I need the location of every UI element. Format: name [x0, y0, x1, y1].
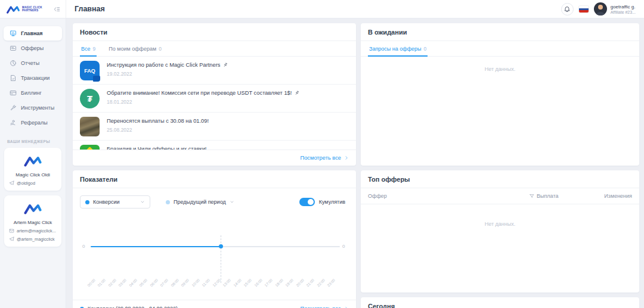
- top-offers-card: Топ офферы Оффер Выплата Изменения Нет д…: [361, 170, 639, 293]
- x-axis-label: 01:00: [97, 275, 107, 291]
- x-axis-label: 06:00: [148, 275, 159, 291]
- news-footer: Посмотреть все: [73, 150, 356, 166]
- sidebar-item-referrals[interactable]: Рефералы: [4, 116, 62, 130]
- x-axis-label: 13:00: [222, 275, 233, 291]
- x-axis-label: 08:00: [169, 275, 180, 291]
- metrics-card-title: Показатели: [73, 170, 356, 188]
- x-axis-label: 11:00: [201, 275, 212, 291]
- compare-select[interactable]: Предыдущий период: [163, 196, 234, 208]
- page-title: Главная: [75, 5, 105, 13]
- x-axis-label: 03:00: [117, 275, 128, 291]
- news-tab-1[interactable]: По моим офферам0: [107, 41, 163, 57]
- manager-card: Artem Magic Clickartem@magicclick...@art…: [4, 195, 61, 247]
- sidebar-item-offers[interactable]: Офферы: [4, 41, 62, 55]
- chevron-down-icon: [230, 200, 234, 204]
- magic-click-logo-icon: [6, 5, 20, 14]
- top-offers-table-header: Оффер Выплата Изменения: [361, 188, 639, 204]
- magic-click-logo-icon: [9, 155, 57, 167]
- news-item-date: 19.02.2022: [107, 71, 228, 77]
- sidebar-item-label: Рефералы: [21, 120, 48, 126]
- cumulative-toggle[interactable]: Кумулятив: [299, 198, 345, 206]
- sidebar-item-reports[interactable]: Отчеты: [4, 56, 62, 70]
- sidebar-item-label: Биллинг: [21, 90, 42, 96]
- user-subtitle: Affiliate #23...: [611, 10, 636, 14]
- tab-offer-requests[interactable]: Запросы на офферы 0: [368, 41, 428, 57]
- sidebar-item-label: Инструменты: [21, 105, 54, 111]
- sidebar-item-transactions[interactable]: Транзакции: [4, 71, 62, 85]
- x-axis-label: 23:00: [326, 275, 337, 291]
- language-flag-ru-icon[interactable]: [579, 6, 589, 13]
- faq-icon: FAQ: [80, 61, 100, 80]
- news-tab-0[interactable]: Все9: [80, 41, 97, 57]
- magic-click-logo-icon: [9, 203, 57, 214]
- news-item-date: 25.08.2022: [107, 127, 209, 133]
- brand-line2: PARTNERS: [22, 9, 42, 12]
- pending-card: В ожидании Запросы на офферы 0 Нет данны…: [361, 23, 639, 166]
- manager-email-link[interactable]: artem@magicclick...: [9, 228, 57, 234]
- today-card: Сегодня: [361, 297, 639, 308]
- top-offers-title: Топ офферы: [361, 170, 639, 188]
- chart-current-point: [219, 244, 223, 248]
- compare-dot-icon: [166, 200, 170, 204]
- chevron-down-icon: [140, 200, 145, 204]
- column-payout[interactable]: Выплата: [530, 193, 589, 199]
- x-axis-label: 14:00: [232, 275, 243, 291]
- news-item[interactable]: Переносятся выплаты с 30.08 на 01.09! 25…: [73, 113, 356, 141]
- user-name: goetraffic g.: [611, 4, 636, 10]
- sidebar-nav: ГлавнаяОфферыОтчетыТранзакцииБиллингИнст…: [0, 26, 66, 130]
- x-axis-label: 20:00: [295, 275, 305, 291]
- manager-telegram-link[interactable]: @oldigod: [9, 181, 57, 186]
- news-item-title: Переносятся выплаты с 30.08 на 01.09!: [107, 118, 209, 124]
- column-offer: Оффер: [368, 193, 530, 199]
- managers-list: Magic Click Oldi@oldigodArtem Magic Clic…: [0, 148, 66, 247]
- news-view-all-link[interactable]: Посмотреть все: [301, 155, 349, 161]
- x-axis-label: 19:00: [284, 275, 295, 291]
- today-card-title: Сегодня: [361, 297, 639, 308]
- offers-icon: [10, 45, 17, 52]
- x-axis-label: 21:00: [305, 275, 316, 291]
- sidebar-item-billing[interactable]: Биллинг: [4, 86, 62, 100]
- page-header: Главная goetraffic g. Affiliate #23...: [66, 0, 644, 18]
- mail-icon: [9, 228, 14, 234]
- news-item-title: Обратите внимание! Комиссия сети при пер…: [107, 90, 292, 96]
- notifications-button[interactable]: [561, 3, 574, 15]
- x-axis-label: 09:00: [180, 275, 191, 291]
- metrics-view-all-link[interactable]: Посмотреть все: [301, 306, 349, 308]
- manager-name: Magic Click Oldi: [9, 172, 57, 178]
- pending-tabs: Запросы на офферы 0: [361, 41, 639, 57]
- sidebar-item-dashboard[interactable]: Главная: [4, 26, 62, 41]
- chart-line-rest: [221, 246, 340, 247]
- filter-icon: [530, 194, 534, 198]
- brazil-icon: [80, 145, 100, 150]
- dashboard-icon: [10, 30, 17, 37]
- x-axis-label: 16:00: [253, 275, 264, 291]
- y-axis-label-right: 0: [342, 244, 345, 249]
- news-item[interactable]: ₮ Обратите внимание! Комиссия сети при п…: [73, 85, 356, 113]
- x-axis-label: 10:00: [190, 275, 201, 291]
- chart-legend: Конверсии (29.08.2022 - 04.09.2022): [80, 306, 178, 308]
- manager-telegram-link[interactable]: @artem_magicclick: [9, 237, 57, 242]
- news-tabs: Все9По моим офферам0: [73, 41, 356, 57]
- user-menu[interactable]: goetraffic g. Affiliate #23...: [594, 2, 636, 15]
- news-item[interactable]: FAQ Инструкция по работе с Magic Click P…: [73, 57, 356, 85]
- metric-select[interactable]: Конверсии: [80, 195, 150, 209]
- news-list: FAQ Инструкция по работе с Magic Click P…: [73, 57, 356, 150]
- sidebar-collapse-icon[interactable]: [54, 6, 60, 13]
- x-axis-label: 05:00: [138, 275, 149, 291]
- sidebar-item-label: Офферы: [21, 45, 44, 51]
- telegram-icon: [9, 181, 14, 186]
- telegram-icon: [9, 237, 14, 242]
- transactions-icon: [10, 74, 17, 82]
- referrals-icon: [10, 119, 17, 126]
- news-item-title: Инструкция по работе с Magic Click Partn…: [107, 62, 220, 68]
- news-card: Новости Все9По моим офферам0 FAQ Инструк…: [73, 23, 356, 166]
- x-axis-label: 04:00: [128, 275, 138, 291]
- column-changes: Изменения: [589, 193, 632, 199]
- brand-logo[interactable]: MAGIC CLICK PARTNERS: [6, 5, 42, 14]
- sidebar-item-label: Транзакции: [21, 75, 49, 81]
- news-item[interactable]: Бразилия и Чили офферы и их ставки!: [73, 141, 356, 150]
- money-icon: [80, 117, 100, 136]
- metrics-card: Показатели Конверсии Предыдущий период: [73, 170, 356, 308]
- manager-card: Magic Click Oldi@oldigod: [4, 148, 61, 191]
- sidebar-item-tools[interactable]: Инструменты: [4, 101, 62, 115]
